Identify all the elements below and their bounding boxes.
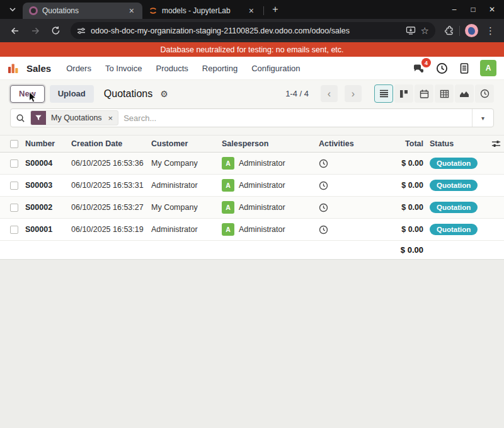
menu-orders[interactable]: Orders [60,60,98,77]
activity-clock-icon[interactable] [319,225,328,234]
pager-previous-icon[interactable]: ‹ [321,85,338,102]
table-row[interactable]: S00004 06/10/2025 16:53:36 My Company A … [0,153,504,175]
activity-clock-icon[interactable] [319,159,328,168]
kanban-view-icon[interactable] [394,84,413,103]
table-header-row: Number Creation Date Customer Salesperso… [0,135,504,153]
control-panel: New Upload Quotations ⚙ 1-4 / 4 ‹ › [0,80,504,107]
col-header-customer[interactable]: Customer [151,139,222,148]
calendar-view-icon[interactable] [415,84,433,103]
tab-title: Quotations [42,6,123,15]
odoo-navbar: Sales Orders To Invoice Products Reporti… [0,57,504,80]
salesperson-name: Administrator [239,225,285,234]
actions-gear-icon[interactable]: ⚙ [160,89,168,99]
apps-menu-icon[interactable] [5,60,21,76]
messages-icon[interactable]: 4 [412,61,426,75]
row-checkbox[interactable] [10,204,18,212]
salesperson-name: Administrator [239,203,285,212]
cell-status: Quotation [423,180,491,191]
url-text: odoo-sh-doc-my-organization-staging-2110… [91,26,401,35]
row-checkbox[interactable] [10,182,18,190]
neutralized-banner: Database neutralized for testing: no ema… [0,42,504,57]
menu-configuration[interactable]: Configuration [245,60,306,77]
row-checkbox[interactable] [10,159,18,168]
menu-to-invoice[interactable]: To Invoice [99,60,149,77]
window-minimize-button[interactable]: – [447,5,461,14]
pivot-view-icon[interactable] [435,84,454,103]
close-tab-icon[interactable]: × [247,6,256,16]
caret-down-icon: ▾ [481,115,484,122]
browser-toolbar: odoo-sh-doc-my-organization-staging-2110… [0,19,504,42]
browser-menu-icon[interactable]: ⋮ [483,25,498,37]
col-header-status[interactable]: Status [430,139,491,148]
reload-button[interactable] [47,22,64,40]
tab-search-button[interactable] [5,2,20,17]
activity-clock-icon[interactable] [319,203,328,212]
window-maximize-button[interactable]: □ [466,5,480,14]
filter-facet-my-quotations[interactable]: My Quotations × [30,110,118,125]
col-header-number[interactable]: Number [25,139,71,148]
cell-customer: Administrator [151,225,222,234]
table-row[interactable]: S00003 06/10/2025 16:53:31 Administrator… [0,175,504,197]
tab-separator [263,6,264,15]
bookmark-star-icon[interactable]: ☆ [421,25,429,37]
quotations-table: Number Creation Date Customer Salesperso… [0,135,504,260]
forward-button[interactable] [26,22,44,40]
optional-columns-icon[interactable] [491,139,502,148]
extensions-puzzle-icon[interactable] [444,26,454,36]
select-all-checkbox[interactable] [10,140,18,148]
cell-customer: My Company [151,203,222,212]
user-avatar[interactable]: A [480,60,496,76]
browser-tab-quotations[interactable]: Quotations × [23,3,142,19]
upload-button[interactable]: Upload [50,85,94,103]
chevron-down-icon [9,8,16,11]
cell-salesperson: A Administrator [222,223,315,236]
page-title: Quotations [104,88,152,100]
browser-profile-avatar[interactable] [465,24,478,37]
cell-number: S00002 [25,203,71,212]
cell-status: Quotation [423,158,491,169]
site-info-icon[interactable] [77,26,86,35]
cell-activities [315,159,391,168]
col-header-total[interactable]: Total [391,139,423,148]
pager-next-icon[interactable]: › [345,85,362,102]
toolbar-separator [459,26,460,36]
view-switcher [374,84,494,103]
close-tab-icon[interactable]: × [127,6,136,16]
col-header-activities[interactable]: Activities [315,139,391,148]
cell-creation-date: 06/10/2025 16:53:19 [71,225,151,234]
table-row[interactable]: S00001 06/10/2025 16:53:19 Administrator… [0,219,504,241]
col-header-creation-date[interactable]: Creation Date [71,139,151,148]
cell-total: $ 0.00 [391,225,423,234]
url-bar[interactable]: odoo-sh-doc-my-organization-staging-2110… [71,22,435,39]
cell-creation-date: 06/10/2025 16:53:36 [71,159,151,168]
app-name[interactable]: Sales [25,63,59,74]
search-input[interactable] [123,113,467,123]
new-tab-button[interactable]: + [268,2,283,17]
upload-button-label: Upload [58,89,86,98]
table-row[interactable]: S00002 06/10/2025 16:53:27 My Company A … [0,197,504,219]
cell-creation-date: 06/10/2025 16:53:31 [71,181,151,190]
install-app-icon[interactable] [406,26,416,35]
activity-view-icon[interactable] [475,84,494,103]
status-badge: Quotation [430,202,478,213]
new-button[interactable]: New [10,85,45,103]
cell-creation-date: 06/10/2025 16:53:27 [71,203,151,212]
remove-facet-icon[interactable]: × [107,113,118,123]
activities-clock-icon[interactable] [435,61,449,75]
graph-view-icon[interactable] [455,84,474,103]
col-header-salesperson[interactable]: Salesperson [222,139,315,148]
footer-total: $ 0.00 [391,245,423,255]
list-view-icon[interactable] [374,84,393,103]
browser-window: Quotations × models - JupyterLab × + – □… [0,0,504,42]
menu-reporting[interactable]: Reporting [196,60,244,77]
row-checkbox[interactable] [10,226,18,234]
systray-device-icon[interactable] [457,61,471,75]
back-button[interactable] [6,22,24,40]
menu-products[interactable]: Products [149,60,194,77]
search-dropdown-toggle[interactable]: ▾ [472,109,493,127]
cell-total: $ 0.00 [391,203,423,212]
browser-tab-jupyterlab[interactable]: models - JupyterLab × [142,3,262,19]
cell-activities [315,181,391,190]
window-close-button[interactable]: ✕ [485,5,499,14]
activity-clock-icon[interactable] [319,181,328,190]
